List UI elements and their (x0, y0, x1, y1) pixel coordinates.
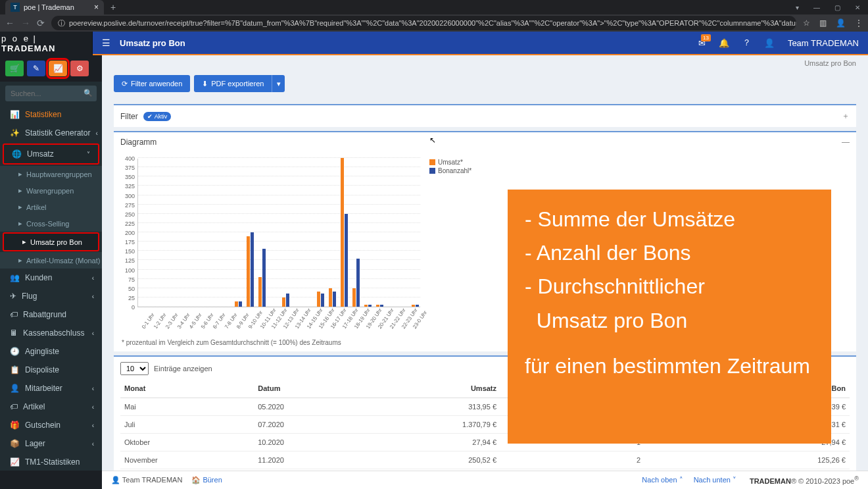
mail-icon[interactable]: ✉13 (698, 38, 706, 48)
pdf-export-button[interactable]: ⬇ PDF exportieren (194, 75, 272, 92)
sidebar-logo: p o e | TRADEMAN (0, 32, 93, 55)
tool-settings-button[interactable]: ⚙ (70, 61, 89, 76)
browser-tab[interactable]: T poe | Trademan × (5, 0, 104, 14)
tool-cart-button[interactable]: 🛒 (5, 61, 24, 76)
bell-icon[interactable]: 🔔 (719, 38, 729, 48)
pdf-export-dropdown[interactable]: ▾ (272, 75, 285, 92)
sidebar-item-statistik-generator[interactable]: ✨ Statistik Generator‹ (0, 124, 102, 142)
bookmark-icon[interactable]: ☆ (803, 18, 810, 28)
tool-stats-button[interactable]: 📈 (49, 61, 67, 76)
window-max-icon[interactable]: ▢ (834, 4, 840, 11)
nav-reload-icon[interactable]: ⟳ (37, 18, 45, 28)
footer-nach-unten[interactable]: Nach unten ˅ (694, 476, 736, 484)
footer-user: 👤 Team TRADEMAN (111, 476, 182, 484)
url-text: poereview.poslive.de/turnover/receipt/tr… (69, 19, 796, 27)
window-close-icon[interactable]: ✕ (855, 4, 860, 11)
chart-legend: Umsatz* Bonanzahl* (429, 157, 471, 335)
sidebar: 🛒 ✎ 📈 ⚙ 🔍 📊 Statistiken ✨ Statistik Gene… (0, 55, 102, 471)
tab-close-icon[interactable]: × (94, 3, 99, 12)
col-datum[interactable]: Datum (254, 379, 364, 398)
sidebar-sub-cross-selling[interactable]: ▸ Cross-Selling (0, 215, 102, 232)
chart-area: 0255075100125150175200225250275300325350… (120, 157, 423, 335)
topbar: ☰ Umsatz pro Bon ✉13 🔔 ？ 👤 Team TRADEMAN (93, 32, 868, 55)
footer: 👤 Team TRADEMAN 🏠 Büren Nach oben ˄ Nach… (102, 471, 868, 489)
new-tab-button[interactable]: + (110, 2, 116, 13)
sidebar-sub-artikel-umsatz-monat[interactable]: ▸ Artikel-Umsatz (Monat) (0, 252, 102, 269)
legend-swatch-bonanzahl (429, 168, 435, 174)
filter-active-badge: ✔ Aktiv (143, 112, 172, 121)
profile-icon[interactable]: 👤 (836, 18, 846, 28)
main-content: Umsatz pro Bon ⟳ Filter anwenden ⬇ PDF e… (102, 55, 868, 471)
sidebar-item-dispoliste[interactable]: 📋 Dispoliste (0, 361, 102, 379)
sidebar-item-agingliste[interactable]: 🕘 Agingliste (0, 342, 102, 361)
nav-forward-icon[interactable]: → (21, 18, 30, 28)
footer-brand: TRADEMAN® © 2010-2023 poe® (750, 475, 859, 485)
sidebar-sub-artikel[interactable]: ▸ Artikel (0, 199, 102, 215)
sidebar-item-flug[interactable]: ✈ Flug‹ (0, 287, 102, 305)
user-name: Team TRADEMAN (788, 38, 859, 48)
sidebar-item-mitarbeiter[interactable]: 👤 Mitarbeiter‹ (0, 379, 102, 398)
tab-favicon: T (11, 3, 20, 12)
chart-panel-title: Diagramm (120, 138, 157, 147)
filter-panel-title: Filter (120, 112, 138, 121)
search-icon[interactable]: 🔍 (84, 89, 93, 97)
hamburger-icon[interactable]: ☰ (102, 38, 110, 48)
legend-swatch-umsatz (429, 159, 435, 165)
entries-label: Einträge anzeigen (154, 365, 212, 373)
tab-title: poe | Trademan (24, 3, 74, 11)
menu-icon[interactable]: ⋮ (855, 18, 863, 28)
sidebar-sub-hauptwarengruppen[interactable]: ▸ Hauptwarengruppen (0, 166, 102, 182)
sidebar-item-kunden[interactable]: 👥 Kunden‹ (0, 269, 102, 287)
url-bar[interactable]: ⓘ poereview.poslive.de/turnover/receipt/… (51, 16, 796, 30)
footer-nach-oben[interactable]: Nach oben ˄ (642, 476, 683, 484)
user-icon[interactable]: 👤 (764, 38, 775, 48)
filter-panel: Filter ✔ Aktiv ＋ (114, 104, 856, 127)
filter-apply-button[interactable]: ⟳ Filter anwenden (114, 75, 190, 92)
page-size-select[interactable]: 10 (120, 362, 149, 375)
sidebar-item-artikel[interactable]: 🏷 Artikel‹ (0, 398, 102, 416)
browser-chrome: T poe | Trademan × + ▾ — ▢ ✕ ← → ⟳ ⓘ poe… (0, 0, 868, 32)
sidebar-item-rabattgrund[interactable]: 🏷 Rabattgrund (0, 305, 102, 324)
col-umsatz[interactable]: Umsatz (364, 379, 500, 398)
sidebar-item-gutschein[interactable]: 🎁 Gutschein‹ (0, 416, 102, 434)
info-overlay: - Summe der Umsätze - Anzahl der Bons - … (508, 190, 831, 444)
sidebar-sub-umsatz-pro-bon[interactable]: ▸ Umsatz pro Bon (3, 232, 99, 251)
help-icon[interactable]: ？ (742, 37, 751, 49)
col-monat[interactable]: Monat (120, 379, 254, 398)
sidebar-item-umsatz[interactable]: 🌐 Umsatz˅ (3, 143, 99, 165)
sidebar-sub-warengruppen[interactable]: ▸ Warengruppen (0, 182, 102, 199)
window-minimize-icon[interactable]: ▾ (796, 4, 799, 11)
page-title: Umsatz pro Bon (120, 38, 185, 48)
extension-icon[interactable]: ▥ (819, 18, 827, 28)
tool-edit-button[interactable]: ✎ (27, 61, 45, 76)
nav-back-icon[interactable]: ← (5, 18, 14, 28)
sidebar-item-lager[interactable]: 📦 Lager‹ (0, 434, 102, 453)
footer-home-link[interactable]: 🏠 Büren (191, 476, 222, 484)
chart-collapse-icon[interactable]: — (842, 138, 850, 147)
sidebar-item-kassenabschluss[interactable]: 🖩 Kassenabschluss‹ (0, 324, 102, 342)
filter-add-icon[interactable]: ＋ (842, 111, 850, 122)
breadcrumb: Umsatz pro Bon (102, 55, 868, 67)
sidebar-item-tm1[interactable]: 📈 TM1-Statistiken (0, 453, 102, 471)
sidebar-item-statistiken[interactable]: 📊 Statistiken (0, 105, 102, 124)
window-min-icon[interactable]: — (813, 4, 820, 11)
table-row[interactable]: November11.2020250,52 €2125,26 € (120, 451, 850, 469)
